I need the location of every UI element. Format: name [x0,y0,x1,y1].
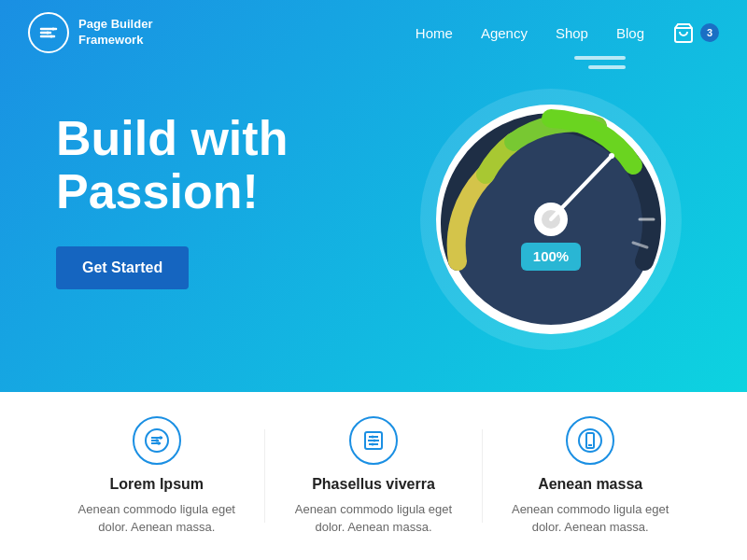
svg-point-21 [155,439,159,442]
feature-desc-3: Aenean commodo ligula eget dolor. Aenean… [497,500,684,537]
feature-item-3: Aenean massa Aenean commodo ligula eget … [497,416,684,537]
nav-blog[interactable]: Blog [616,25,644,41]
main-nav: Home Agency Shop Blog 3 [416,22,719,43]
svg-point-22 [157,441,161,445]
svg-point-3 [52,28,55,31]
feature-title-3: Aenean massa [538,476,642,493]
nav-agency[interactable]: Agency [481,25,528,41]
feature-item-1: Lorem Ipsum Aenean commodo ligula eget d… [63,416,250,537]
svg-point-20 [159,436,162,440]
svg-point-28 [373,439,375,441]
speedometer-widget: 100% [411,79,691,359]
mobile-icon [578,428,602,453]
svg-point-27 [371,435,374,438]
hero-title: Build with Passion! [56,112,288,218]
svg-point-29 [371,442,374,445]
hero-section: Page Builder Framework Home Agency Shop … [0,0,747,392]
feature-desc-2: Aenean commodo ligula eget dolor. Aenean… [280,500,467,537]
feature-icon-1 [133,416,181,465]
nav-shop[interactable]: Shop [556,25,588,41]
svg-point-5 [50,35,53,38]
feature-icon-2 [349,416,398,465]
speedometer-svg: 100% [430,98,672,341]
cart-count-badge: 3 [700,23,719,42]
site-header: Page Builder Framework Home Agency Shop … [0,0,747,65]
list-icon [361,428,386,453]
feature-divider-2 [482,429,483,523]
logo-icon[interactable] [28,12,69,53]
cart-button[interactable]: 3 [672,22,719,43]
feature-divider-1 [264,429,265,523]
cart-icon [672,22,695,43]
feature-item-2: Phasellus viverra Aenean commodo ligula … [280,416,467,537]
svg-point-4 [47,32,49,35]
svg-point-11 [609,153,614,159]
feature-icon-3 [566,416,614,465]
feature-desc-1: Aenean commodo ligula eget dolor. Aenean… [63,500,250,537]
feature-title-1: Lorem Ipsum [110,476,204,493]
features-section: Lorem Ipsum Aenean commodo ligula eget d… [0,392,747,560]
get-started-button[interactable]: Get Started [56,246,189,289]
hero-content: Build with Passion! Get Started [56,112,288,289]
logo-text: Page Builder Framework [78,17,152,49]
feature-title-2: Phasellus viverra [312,476,435,493]
equalizer-icon [145,428,169,453]
logo-area: Page Builder Framework [28,12,152,53]
svg-text:100%: 100% [533,248,569,264]
nav-home[interactable]: Home [416,25,453,41]
